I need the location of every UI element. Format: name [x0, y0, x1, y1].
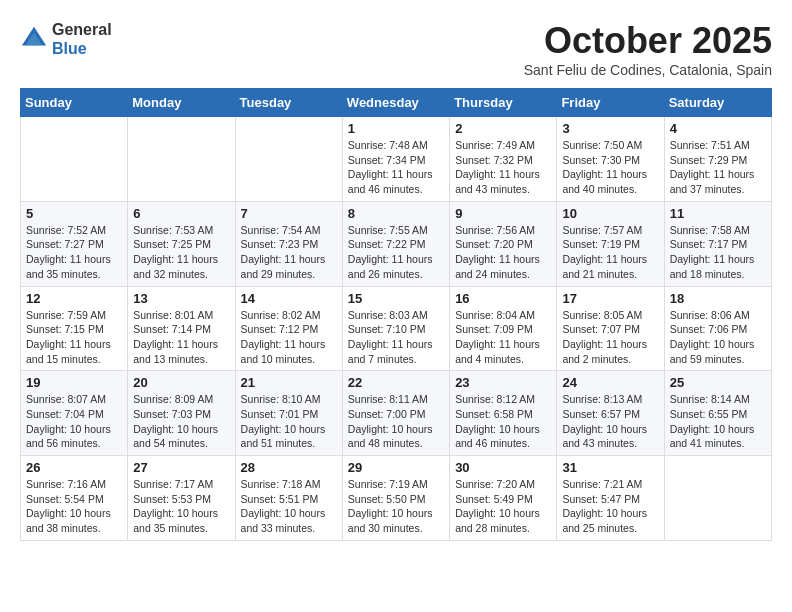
- day-info: Sunrise: 7:18 AM Sunset: 5:51 PM Dayligh…: [241, 477, 337, 536]
- day-number: 27: [133, 460, 229, 475]
- calendar-cell: 1Sunrise: 7:48 AM Sunset: 7:34 PM Daylig…: [342, 117, 449, 202]
- logo-icon: [20, 25, 48, 53]
- day-number: 17: [562, 291, 658, 306]
- day-info: Sunrise: 8:01 AM Sunset: 7:14 PM Dayligh…: [133, 308, 229, 367]
- calendar-header-row: SundayMondayTuesdayWednesdayThursdayFrid…: [21, 89, 772, 117]
- day-info: Sunrise: 8:06 AM Sunset: 7:06 PM Dayligh…: [670, 308, 766, 367]
- calendar-cell: 14Sunrise: 8:02 AM Sunset: 7:12 PM Dayli…: [235, 286, 342, 371]
- day-number: 6: [133, 206, 229, 221]
- calendar-cell: 6Sunrise: 7:53 AM Sunset: 7:25 PM Daylig…: [128, 201, 235, 286]
- calendar-header-tuesday: Tuesday: [235, 89, 342, 117]
- day-info: Sunrise: 7:51 AM Sunset: 7:29 PM Dayligh…: [670, 138, 766, 197]
- logo: General Blue: [20, 20, 112, 58]
- day-number: 14: [241, 291, 337, 306]
- day-number: 30: [455, 460, 551, 475]
- day-info: Sunrise: 7:16 AM Sunset: 5:54 PM Dayligh…: [26, 477, 122, 536]
- calendar-week-row: 1Sunrise: 7:48 AM Sunset: 7:34 PM Daylig…: [21, 117, 772, 202]
- title-area: October 2025 Sant Feliu de Codines, Cata…: [524, 20, 772, 78]
- calendar-cell: 30Sunrise: 7:20 AM Sunset: 5:49 PM Dayli…: [450, 456, 557, 541]
- logo-general: General: [52, 20, 112, 39]
- day-info: Sunrise: 7:20 AM Sunset: 5:49 PM Dayligh…: [455, 477, 551, 536]
- calendar-header-monday: Monday: [128, 89, 235, 117]
- day-number: 11: [670, 206, 766, 221]
- day-info: Sunrise: 7:53 AM Sunset: 7:25 PM Dayligh…: [133, 223, 229, 282]
- day-number: 13: [133, 291, 229, 306]
- calendar-cell: 16Sunrise: 8:04 AM Sunset: 7:09 PM Dayli…: [450, 286, 557, 371]
- logo-text: General Blue: [52, 20, 112, 58]
- day-number: 25: [670, 375, 766, 390]
- calendar-cell: 20Sunrise: 8:09 AM Sunset: 7:03 PM Dayli…: [128, 371, 235, 456]
- day-number: 31: [562, 460, 658, 475]
- calendar-header-thursday: Thursday: [450, 89, 557, 117]
- calendar-cell: 9Sunrise: 7:56 AM Sunset: 7:20 PM Daylig…: [450, 201, 557, 286]
- day-number: 5: [26, 206, 122, 221]
- day-number: 29: [348, 460, 444, 475]
- day-number: 15: [348, 291, 444, 306]
- calendar-cell: 19Sunrise: 8:07 AM Sunset: 7:04 PM Dayli…: [21, 371, 128, 456]
- calendar-cell: 10Sunrise: 7:57 AM Sunset: 7:19 PM Dayli…: [557, 201, 664, 286]
- day-info: Sunrise: 8:13 AM Sunset: 6:57 PM Dayligh…: [562, 392, 658, 451]
- day-info: Sunrise: 7:58 AM Sunset: 7:17 PM Dayligh…: [670, 223, 766, 282]
- calendar-cell: 11Sunrise: 7:58 AM Sunset: 7:17 PM Dayli…: [664, 201, 771, 286]
- logo-blue: Blue: [52, 39, 112, 58]
- day-info: Sunrise: 7:49 AM Sunset: 7:32 PM Dayligh…: [455, 138, 551, 197]
- day-info: Sunrise: 8:11 AM Sunset: 7:00 PM Dayligh…: [348, 392, 444, 451]
- day-info: Sunrise: 7:55 AM Sunset: 7:22 PM Dayligh…: [348, 223, 444, 282]
- day-number: 20: [133, 375, 229, 390]
- day-info: Sunrise: 7:52 AM Sunset: 7:27 PM Dayligh…: [26, 223, 122, 282]
- calendar-cell: 7Sunrise: 7:54 AM Sunset: 7:23 PM Daylig…: [235, 201, 342, 286]
- calendar-header-friday: Friday: [557, 89, 664, 117]
- day-info: Sunrise: 7:57 AM Sunset: 7:19 PM Dayligh…: [562, 223, 658, 282]
- location: Sant Feliu de Codines, Catalonia, Spain: [524, 62, 772, 78]
- day-info: Sunrise: 7:19 AM Sunset: 5:50 PM Dayligh…: [348, 477, 444, 536]
- calendar-cell: 4Sunrise: 7:51 AM Sunset: 7:29 PM Daylig…: [664, 117, 771, 202]
- calendar-cell: 21Sunrise: 8:10 AM Sunset: 7:01 PM Dayli…: [235, 371, 342, 456]
- day-number: 4: [670, 121, 766, 136]
- month-title: October 2025: [524, 20, 772, 62]
- page-header: General Blue October 2025 Sant Feliu de …: [20, 20, 772, 78]
- day-number: 3: [562, 121, 658, 136]
- day-number: 2: [455, 121, 551, 136]
- calendar-week-row: 19Sunrise: 8:07 AM Sunset: 7:04 PM Dayli…: [21, 371, 772, 456]
- day-info: Sunrise: 7:54 AM Sunset: 7:23 PM Dayligh…: [241, 223, 337, 282]
- calendar-cell: 18Sunrise: 8:06 AM Sunset: 7:06 PM Dayli…: [664, 286, 771, 371]
- calendar-cell: 26Sunrise: 7:16 AM Sunset: 5:54 PM Dayli…: [21, 456, 128, 541]
- calendar-week-row: 5Sunrise: 7:52 AM Sunset: 7:27 PM Daylig…: [21, 201, 772, 286]
- calendar-cell: 8Sunrise: 7:55 AM Sunset: 7:22 PM Daylig…: [342, 201, 449, 286]
- calendar-cell: 3Sunrise: 7:50 AM Sunset: 7:30 PM Daylig…: [557, 117, 664, 202]
- calendar-week-row: 12Sunrise: 7:59 AM Sunset: 7:15 PM Dayli…: [21, 286, 772, 371]
- day-info: Sunrise: 8:12 AM Sunset: 6:58 PM Dayligh…: [455, 392, 551, 451]
- day-number: 8: [348, 206, 444, 221]
- day-info: Sunrise: 7:21 AM Sunset: 5:47 PM Dayligh…: [562, 477, 658, 536]
- calendar-header-sunday: Sunday: [21, 89, 128, 117]
- day-info: Sunrise: 8:04 AM Sunset: 7:09 PM Dayligh…: [455, 308, 551, 367]
- day-info: Sunrise: 8:09 AM Sunset: 7:03 PM Dayligh…: [133, 392, 229, 451]
- calendar-header-saturday: Saturday: [664, 89, 771, 117]
- calendar-cell: 24Sunrise: 8:13 AM Sunset: 6:57 PM Dayli…: [557, 371, 664, 456]
- day-info: Sunrise: 7:17 AM Sunset: 5:53 PM Dayligh…: [133, 477, 229, 536]
- calendar-cell: 12Sunrise: 7:59 AM Sunset: 7:15 PM Dayli…: [21, 286, 128, 371]
- calendar-week-row: 26Sunrise: 7:16 AM Sunset: 5:54 PM Dayli…: [21, 456, 772, 541]
- day-number: 1: [348, 121, 444, 136]
- day-number: 7: [241, 206, 337, 221]
- calendar-cell: 29Sunrise: 7:19 AM Sunset: 5:50 PM Dayli…: [342, 456, 449, 541]
- day-info: Sunrise: 7:50 AM Sunset: 7:30 PM Dayligh…: [562, 138, 658, 197]
- day-number: 19: [26, 375, 122, 390]
- calendar-cell: 25Sunrise: 8:14 AM Sunset: 6:55 PM Dayli…: [664, 371, 771, 456]
- day-number: 12: [26, 291, 122, 306]
- day-number: 28: [241, 460, 337, 475]
- day-info: Sunrise: 7:48 AM Sunset: 7:34 PM Dayligh…: [348, 138, 444, 197]
- day-info: Sunrise: 8:05 AM Sunset: 7:07 PM Dayligh…: [562, 308, 658, 367]
- day-number: 9: [455, 206, 551, 221]
- day-number: 23: [455, 375, 551, 390]
- calendar-cell: 2Sunrise: 7:49 AM Sunset: 7:32 PM Daylig…: [450, 117, 557, 202]
- day-number: 26: [26, 460, 122, 475]
- day-number: 21: [241, 375, 337, 390]
- day-info: Sunrise: 8:02 AM Sunset: 7:12 PM Dayligh…: [241, 308, 337, 367]
- day-number: 18: [670, 291, 766, 306]
- calendar-cell: 27Sunrise: 7:17 AM Sunset: 5:53 PM Dayli…: [128, 456, 235, 541]
- day-info: Sunrise: 8:07 AM Sunset: 7:04 PM Dayligh…: [26, 392, 122, 451]
- calendar-cell: [128, 117, 235, 202]
- calendar-cell: 22Sunrise: 8:11 AM Sunset: 7:00 PM Dayli…: [342, 371, 449, 456]
- calendar-cell: 5Sunrise: 7:52 AM Sunset: 7:27 PM Daylig…: [21, 201, 128, 286]
